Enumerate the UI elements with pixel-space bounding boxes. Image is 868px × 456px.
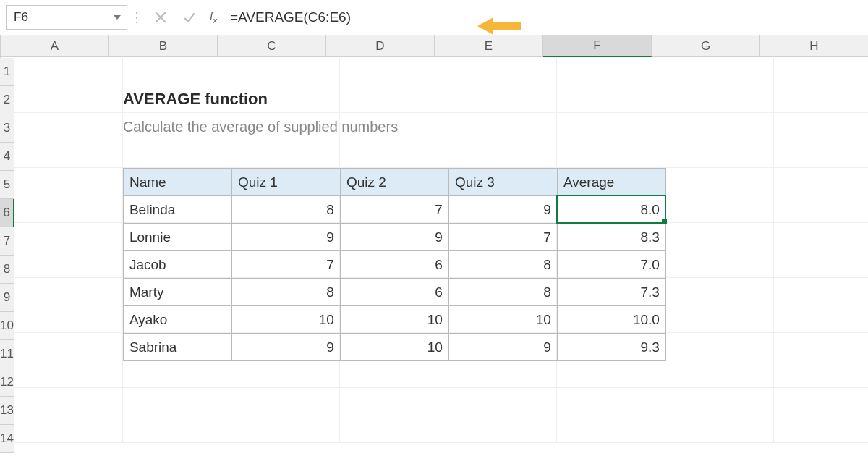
cell[interactable] (448, 360, 557, 388)
cell[interactable] (557, 85, 665, 113)
cell[interactable] (665, 305, 774, 333)
cell[interactable] (14, 305, 123, 333)
cell[interactable] (448, 415, 557, 443)
cell[interactable] (448, 58, 557, 85)
row-header-3[interactable]: 3 (0, 114, 14, 143)
table-cell[interactable]: 6 (340, 251, 448, 279)
cell[interactable] (665, 168, 774, 195)
cell[interactable] (665, 140, 774, 168)
cell[interactable] (340, 140, 448, 168)
row-header-13[interactable]: 13 (0, 397, 14, 425)
table-header[interactable]: Name (123, 169, 231, 196)
table-cell[interactable]: 10 (448, 306, 557, 334)
table-cell[interactable]: 10 (340, 306, 448, 334)
cell[interactable] (340, 415, 448, 443)
cell[interactable] (774, 278, 868, 305)
cell[interactable] (774, 58, 868, 85)
cell[interactable] (774, 140, 868, 168)
cell[interactable] (448, 140, 557, 168)
table-cell[interactable]: 9 (231, 334, 340, 361)
cell[interactable] (557, 415, 665, 443)
cell[interactable] (14, 223, 123, 250)
select-all-corner[interactable] (0, 35, 1, 58)
cell[interactable] (448, 388, 557, 415)
row-header-4[interactable]: 4 (0, 143, 14, 171)
cell[interactable] (774, 85, 868, 113)
row-header-9[interactable]: 9 (0, 284, 14, 312)
cell[interactable] (14, 278, 123, 305)
table-cell[interactable]: 7 (231, 251, 340, 279)
table-cell[interactable]: 8.3 (557, 224, 665, 251)
cell[interactable] (665, 360, 774, 388)
table-cell[interactable]: 8 (448, 279, 557, 306)
row-header-10[interactable]: 10 (0, 312, 14, 340)
cell[interactable] (123, 140, 231, 168)
cell[interactable] (123, 415, 231, 443)
insert-function-button[interactable]: fx (204, 10, 229, 25)
cell[interactable] (14, 415, 123, 443)
table-cell[interactable]: 8 (231, 279, 340, 306)
cell[interactable] (231, 388, 340, 415)
cell[interactable] (774, 415, 868, 443)
cell[interactable] (665, 278, 774, 305)
cell[interactable] (14, 333, 123, 360)
table-cell[interactable]: Sabrina (123, 334, 231, 361)
row-header-11[interactable]: 11 (0, 340, 14, 368)
table-cell[interactable]: 7.0 (557, 251, 665, 279)
cell[interactable] (774, 113, 868, 140)
column-header-D[interactable]: D (326, 35, 435, 57)
cell[interactable] (557, 113, 665, 140)
row-header-6[interactable]: 6 (0, 199, 14, 227)
table-cell[interactable]: 6 (340, 279, 448, 306)
cell[interactable] (774, 360, 868, 388)
cell[interactable] (665, 85, 774, 113)
cell[interactable] (557, 58, 665, 85)
table-cell[interactable]: 9.3 (557, 334, 665, 361)
cell[interactable] (665, 223, 774, 250)
cell[interactable] (340, 388, 448, 415)
row-header-1[interactable]: 1 (0, 58, 14, 86)
cell[interactable] (14, 250, 123, 278)
table-cell[interactable]: Marty (123, 279, 231, 306)
cell[interactable] (665, 388, 774, 415)
column-header-E[interactable]: E (435, 35, 543, 57)
column-header-C[interactable]: C (218, 35, 326, 57)
cancel-button[interactable] (146, 3, 175, 32)
row-header-8[interactable]: 8 (0, 256, 14, 284)
cell[interactable] (665, 113, 774, 140)
cell[interactable] (665, 195, 774, 223)
cell[interactable] (774, 388, 868, 415)
cell[interactable] (557, 388, 665, 415)
enter-button[interactable] (175, 3, 204, 32)
name-box[interactable]: F6 (6, 5, 127, 30)
column-header-H[interactable]: H (760, 35, 868, 57)
cell[interactable] (123, 388, 231, 415)
cell[interactable] (665, 58, 774, 85)
cell[interactable] (14, 113, 123, 140)
table-cell[interactable]: 7 (448, 224, 557, 251)
table-header[interactable]: Quiz 1 (231, 169, 340, 196)
table-cell[interactable]: 9 (448, 334, 557, 361)
table-cell[interactable]: 10 (231, 306, 340, 334)
row-header-5[interactable]: 5 (0, 171, 14, 199)
cell[interactable] (774, 223, 868, 250)
row-header-7[interactable]: 7 (0, 227, 14, 256)
cell[interactable] (14, 58, 123, 85)
cell[interactable] (231, 140, 340, 168)
cell[interactable] (231, 58, 340, 85)
table-cell[interactable]: 7.3 (557, 279, 665, 306)
table-cell[interactable]: 9 (448, 196, 557, 224)
cell[interactable] (557, 360, 665, 388)
table-cell[interactable]: 8.0 (557, 196, 665, 224)
table-cell[interactable]: Belinda (123, 196, 231, 224)
table-cell[interactable]: Ayako (123, 306, 231, 334)
column-header-G[interactable]: G (652, 35, 760, 57)
cell[interactable] (665, 250, 774, 278)
table-cell[interactable]: Jacob (123, 251, 231, 279)
column-header-B[interactable]: B (109, 35, 218, 57)
cell[interactable] (774, 195, 868, 223)
cell-grid[interactable]: AVERAGE functionCalculate the average of… (14, 58, 868, 453)
cell[interactable] (123, 58, 231, 85)
column-header-A[interactable]: A (1, 35, 109, 57)
table-header[interactable]: Quiz 3 (448, 169, 557, 196)
